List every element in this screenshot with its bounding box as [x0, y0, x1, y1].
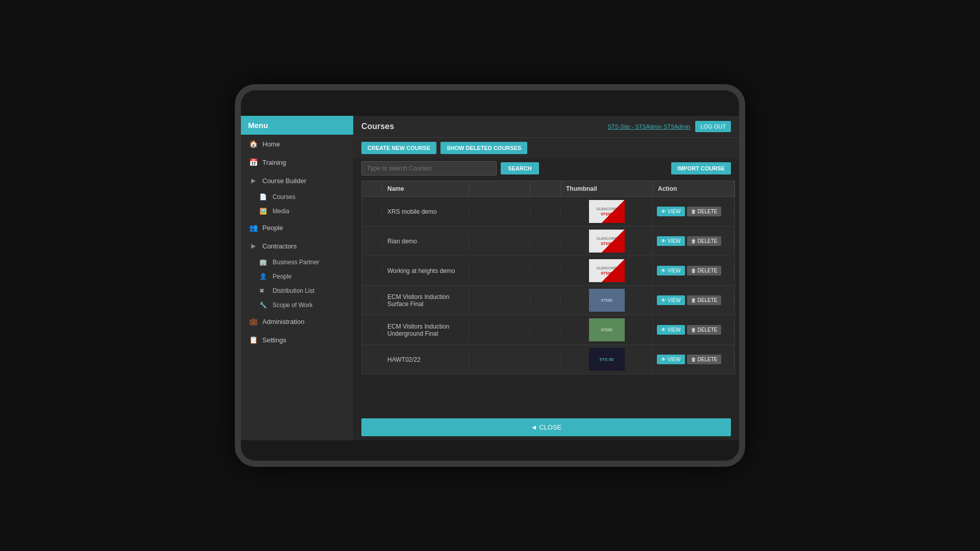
eye-icon-6: 👁	[661, 357, 666, 362]
administration-icon: 💼	[248, 316, 258, 327]
td-check-6	[362, 356, 382, 364]
eye-icon-4: 👁	[661, 297, 666, 303]
td-thumb-6: STS 3D	[561, 345, 653, 374]
th-thumbnail: Thumbnail	[561, 181, 653, 196]
sidebar-label-courses: Courses	[273, 193, 296, 201]
td-col3-5	[530, 326, 561, 334]
td-name-5: ECM Visitors Induction Underground Final	[382, 319, 469, 341]
delete-button-6[interactable]: 🗑 DELETE	[687, 355, 722, 364]
view-button-2[interactable]: 👁 VIEW	[657, 236, 685, 246]
trash-icon-2: 🗑	[691, 238, 696, 244]
sidebar-label-people-main: People	[262, 224, 283, 232]
training-icon: 📅	[248, 157, 258, 167]
td-col2-2	[469, 237, 530, 245]
td-thumb-3: GLENCORESTS3D	[561, 256, 653, 285]
delete-button-1[interactable]: 🗑 DELETE	[687, 207, 722, 216]
table-row: HAWT02/22 STS 3D 👁 VIEW	[361, 345, 735, 374]
people-icon: 👤	[259, 273, 268, 280]
sidebar-item-settings[interactable]: 📋 Settings	[241, 331, 353, 349]
search-button[interactable]: SEARCH	[501, 162, 538, 174]
sidebar-item-distribution-list[interactable]: ✖ Distribution List	[241, 284, 353, 298]
tablet-content: Menu 🏠 Home 📅 Training ▶ Course Builder …	[241, 116, 739, 440]
td-col2-5	[469, 326, 530, 334]
search-input[interactable]	[361, 161, 497, 176]
sidebar-label-people: People	[273, 273, 291, 280]
sidebar-label-administration: Administration	[262, 318, 304, 325]
thumbnail-img-3: GLENCORESTS3D	[589, 259, 625, 282]
sidebar-label-training: Training	[262, 159, 286, 166]
view-button-5[interactable]: 👁 VIEW	[657, 325, 685, 335]
media-icon: 🖼️	[259, 208, 268, 215]
table-row: ECM Visitors Induction Surface Final STS…	[361, 286, 735, 315]
show-deleted-button[interactable]: SHOW DELETED COURSES	[440, 142, 527, 154]
sidebar-item-administration[interactable]: 💼 Administration	[241, 312, 353, 331]
sidebar-item-people-main[interactable]: 👥 People	[241, 218, 353, 237]
td-thumb-4: STS3D	[561, 286, 653, 315]
sidebar: Menu 🏠 Home 📅 Training ▶ Course Builder …	[241, 116, 353, 440]
eye-icon-2: 👁	[661, 238, 666, 244]
thumbnail-img-6: STS 3D	[589, 348, 625, 371]
sidebar-label-business-partner: Business Partner	[273, 259, 319, 266]
tablet-top-bar	[241, 90, 739, 116]
td-name-1: XRS mobile demo	[382, 204, 469, 219]
sidebar-label-course-builder: Course Builder	[262, 177, 306, 185]
view-button-6[interactable]: 👁 VIEW	[657, 355, 685, 364]
page-title: Courses	[361, 122, 394, 131]
td-actions-3: 👁 VIEW 🗑 DELETE	[653, 263, 734, 279]
sidebar-item-contractors[interactable]: ▶ Contractors	[241, 237, 353, 255]
logout-button[interactable]: LOG OUT	[695, 121, 731, 132]
settings-icon: 📋	[248, 335, 258, 345]
sidebar-item-scope-of-work[interactable]: 🔧 Scope of Work	[241, 298, 353, 312]
sidebar-item-people[interactable]: 👤 People	[241, 269, 353, 284]
view-button-4[interactable]: 👁 VIEW	[657, 295, 685, 305]
business-partner-icon: 🏢	[259, 259, 268, 266]
sidebar-item-courses[interactable]: 📄 Courses	[241, 190, 353, 204]
table-scroll[interactable]: Name Thumbnail Action XRS mobile demo	[353, 179, 739, 418]
th-col2	[469, 181, 530, 196]
delete-button-3[interactable]: 🗑 DELETE	[687, 266, 722, 276]
sidebar-item-course-builder[interactable]: ▶ Course Builder	[241, 171, 353, 190]
thumbnail-img-2: GLENCORESTS3D	[589, 230, 625, 253]
sidebar-label-home: Home	[262, 140, 280, 148]
trash-icon-1: 🗑	[691, 209, 696, 214]
import-course-button[interactable]: IMPORT COURSE	[671, 162, 731, 174]
td-check-4	[362, 296, 382, 305]
sidebar-label-contractors: Contractors	[262, 242, 297, 250]
user-info[interactable]: STS-Site - STSAdmin STSAdmin	[607, 123, 690, 130]
td-name-4: ECM Visitors Induction Surface Final	[382, 289, 469, 312]
delete-button-5[interactable]: 🗑 DELETE	[687, 325, 722, 335]
th-checkbox	[362, 181, 382, 196]
action-bar: CREATE NEW COURSE SHOW DELETED COURSES	[353, 138, 739, 158]
sidebar-item-business-partner[interactable]: 🏢 Business Partner	[241, 255, 353, 269]
thumbnail-img-5: STS3D	[589, 318, 625, 341]
sidebar-item-home[interactable]: 🏠 Home	[241, 135, 353, 153]
td-name-2: Rian demo	[382, 234, 469, 249]
thumbnail-img-4: STS3D	[589, 289, 625, 312]
delete-button-4[interactable]: 🗑 DELETE	[687, 295, 722, 305]
delete-button-2[interactable]: 🗑 DELETE	[687, 236, 722, 246]
sidebar-item-training[interactable]: 📅 Training	[241, 153, 353, 171]
td-col2-4	[469, 296, 530, 305]
td-check-5	[362, 326, 382, 334]
scope-of-work-icon: 🔧	[259, 302, 268, 309]
td-check-2	[362, 237, 382, 245]
main-header: Courses STS-Site - STSAdmin STSAdmin LOG…	[353, 116, 739, 138]
create-course-button[interactable]: CREATE NEW COURSE	[361, 142, 436, 154]
courses-icon: 📄	[259, 193, 268, 201]
view-button-3[interactable]: 👁 VIEW	[657, 266, 685, 276]
td-col3-2	[530, 237, 561, 245]
view-button-1[interactable]: 👁 VIEW	[657, 207, 685, 216]
td-thumb-5: STS3D	[561, 315, 653, 344]
td-name-6: HAWT02/22	[382, 352, 469, 367]
courses-wrapper: Name Thumbnail Action XRS mobile demo	[353, 179, 739, 440]
header-right: STS-Site - STSAdmin STSAdmin LOG OUT	[607, 121, 731, 132]
sidebar-header: Menu	[241, 116, 353, 135]
people-main-icon: 👥	[248, 222, 258, 233]
sidebar-item-media[interactable]: 🖼️ Media	[241, 204, 353, 218]
table-header: Name Thumbnail Action	[361, 181, 735, 197]
td-col2-6	[469, 356, 530, 364]
close-bar[interactable]: ◄ CLOSE	[361, 418, 731, 436]
td-col2-1	[469, 208, 530, 216]
table-row: XRS mobile demo GLENCORESTS3D 👁 VIEW	[361, 197, 735, 227]
td-actions-5: 👁 VIEW 🗑 DELETE	[653, 322, 734, 338]
